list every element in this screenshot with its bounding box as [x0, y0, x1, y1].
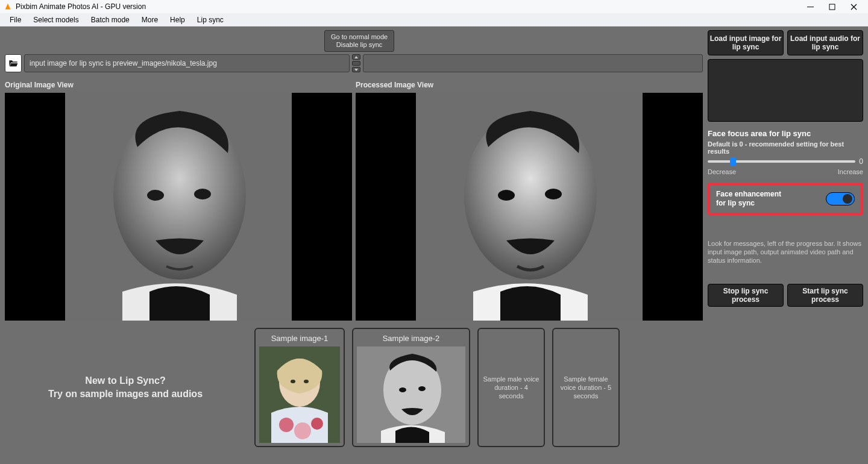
face-enhancement-toggle[interactable]	[826, 192, 855, 205]
toggle-mode-line1: Go to normal mode	[331, 33, 388, 41]
processed-view-label: Processed Image View	[356, 81, 703, 89]
sample-audio-male[interactable]: Sample male voice duration - 4 seconds	[477, 328, 545, 447]
svg-point-12	[291, 380, 295, 383]
svg-point-15	[294, 422, 311, 439]
svg-rect-0	[807, 7, 814, 7]
svg-point-5	[194, 189, 211, 199]
start-lip-sync-label: Start lip sync process	[788, 287, 863, 304]
app-logo-icon	[4, 2, 12, 11]
hint-line1: New to Lip Sync?	[5, 374, 246, 387]
start-lip-sync-button[interactable]: Start lip sync process	[787, 284, 863, 307]
hint-line2: Try on sample images and audios	[5, 387, 246, 401]
menu-file[interactable]: File	[4, 16, 27, 24]
original-image-view	[5, 93, 352, 321]
open-folder-button[interactable]	[5, 54, 22, 72]
svg-point-19	[399, 387, 406, 392]
face-enhancement-l1: Face enhancement	[716, 190, 781, 199]
window-minimize-button[interactable]	[799, 0, 821, 13]
processed-image-view	[356, 93, 703, 321]
window-maximize-button[interactable]	[821, 0, 843, 13]
slider-increase-label: Increase	[838, 168, 863, 175]
svg-point-8	[498, 190, 515, 201]
title-bar: Pixbim Animate Photos AI - GPU version	[0, 0, 868, 13]
svg-rect-1	[829, 4, 835, 10]
face-focus-title: Face focus area for lip sync	[708, 129, 863, 138]
path-stepper	[352, 54, 360, 72]
original-view-label: Original Image View	[5, 81, 352, 89]
menu-more[interactable]: More	[136, 16, 164, 24]
svg-point-13	[304, 380, 309, 383]
face-enhancement-label: Face enhancement for lip sync	[716, 190, 781, 208]
menu-help[interactable]: Help	[164, 16, 191, 24]
status-message: Look for messages, left of the progress …	[708, 225, 863, 279]
sample-image-2[interactable]: Sample image-2	[352, 328, 470, 447]
face-enhancement-l2: for lip sync	[716, 199, 781, 208]
processed-image	[416, 93, 643, 321]
svg-point-4	[147, 190, 164, 201]
sample-audio-male-text: Sample male voice duration - 4 seconds	[482, 375, 540, 400]
svg-point-20	[418, 386, 426, 391]
audio-preview-box	[708, 59, 863, 122]
menu-bar: File Select models Batch mode More Help …	[0, 13, 868, 27]
stop-lip-sync-button[interactable]: Stop lip sync process	[708, 284, 784, 307]
folder-open-icon	[8, 59, 18, 67]
toggle-mode-line2: Disable lip sync	[331, 41, 388, 49]
face-focus-subtitle: Default is 0 - recommended setting for b…	[708, 140, 863, 155]
menu-select-models[interactable]: Select models	[27, 16, 84, 24]
sample-image-1-thumb	[259, 346, 340, 443]
lip-sync-hint: New to Lip Sync? Try on sample images an…	[5, 374, 246, 401]
original-image	[65, 93, 292, 321]
window-title: Pixbim Animate Photos AI - GPU version	[16, 2, 799, 11]
load-input-image-label: Load input image for lip sync	[708, 34, 783, 51]
input-image-path-text: input image for lip sync is preview_imag…	[30, 59, 217, 67]
svg-point-9	[545, 189, 562, 199]
input-image-path-field[interactable]: input image for lip sync is preview_imag…	[24, 54, 350, 72]
slider-decrease-label: Decrease	[708, 168, 736, 175]
sample-audio-female-text: Sample female voice duration - 5 seconds	[557, 375, 615, 400]
menu-batch-mode[interactable]: Batch mode	[85, 16, 136, 24]
face-focus-value: 0	[859, 157, 863, 166]
sample-image-2-label: Sample image-2	[383, 334, 440, 343]
face-focus-slider-thumb[interactable]	[730, 157, 736, 166]
svg-point-14	[279, 418, 294, 432]
stepper-down-button[interactable]	[352, 67, 360, 72]
stepper-mid	[352, 61, 360, 66]
load-input-audio-label: Load input audio for lip sync	[788, 34, 863, 51]
stop-lip-sync-label: Stop lip sync process	[708, 287, 783, 304]
sample-image-2-thumb	[357, 346, 465, 443]
menu-lip-sync[interactable]: Lip sync	[191, 16, 230, 24]
load-input-audio-button[interactable]: Load input audio for lip sync	[787, 30, 863, 55]
window-close-button[interactable]	[843, 0, 864, 13]
svg-point-16	[311, 418, 323, 430]
sample-image-1-label: Sample image-1	[271, 334, 329, 343]
stepper-up-button[interactable]	[352, 54, 360, 60]
load-input-image-button[interactable]: Load input image for lip sync	[708, 30, 784, 55]
face-enhancement-panel: Face enhancement for lip sync	[708, 183, 863, 215]
toggle-knob-icon	[843, 194, 852, 204]
sample-audio-female[interactable]: Sample female voice duration - 5 seconds	[552, 328, 620, 447]
sample-image-1[interactable]: Sample image-1	[254, 328, 345, 447]
input-audio-path-field[interactable]	[363, 54, 703, 72]
toggle-mode-button[interactable]: Go to normal mode Disable lip sync	[324, 30, 394, 52]
face-focus-slider[interactable]	[708, 160, 855, 163]
